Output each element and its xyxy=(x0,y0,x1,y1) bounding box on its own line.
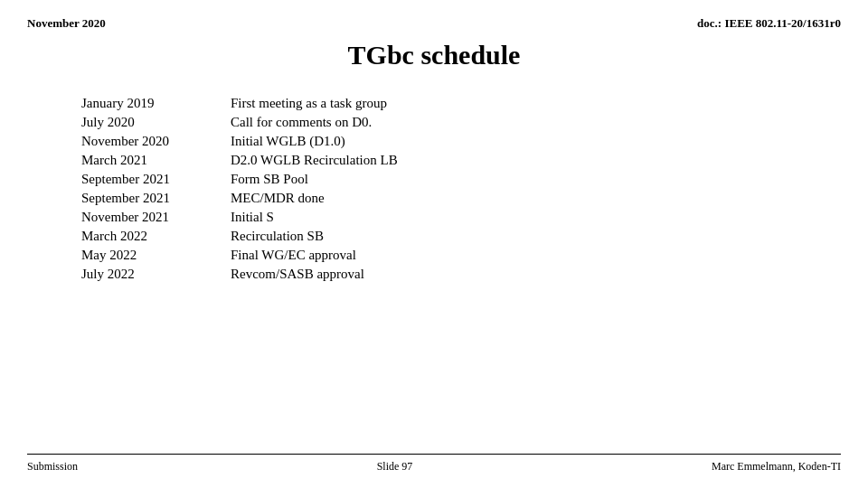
schedule-row: July 2020Call for comments on D0. xyxy=(81,115,841,130)
schedule-row: July 2022Revcom/SASB approval xyxy=(81,267,841,282)
schedule-row: January 2019First meeting as a task grou… xyxy=(81,96,841,111)
schedule-row: May 2022Final WG/EC approval xyxy=(81,248,841,263)
schedule-description: D2.0 WGLB Recirculation LB xyxy=(231,153,398,168)
schedule-description: First meeting as a task group xyxy=(231,96,387,111)
schedule-description: Initial S xyxy=(231,210,274,225)
slide-container: November 2020 doc.: IEEE 802.11-20/1631r… xyxy=(0,0,868,488)
schedule-description: Form SB Pool xyxy=(231,172,308,187)
schedule-date: March 2021 xyxy=(81,153,231,168)
schedule-description: Initial WGLB (D1.0) xyxy=(231,134,345,149)
schedule-table: January 2019First meeting as a task grou… xyxy=(81,96,841,282)
schedule-date: July 2020 xyxy=(81,115,231,130)
slide-title: TGbc schedule xyxy=(27,40,841,70)
schedule-row: September 2021Form SB Pool xyxy=(81,172,841,187)
schedule-description: Revcom/SASB approval xyxy=(231,267,364,282)
schedule-row: March 2022Recirculation SB xyxy=(81,229,841,244)
schedule-row: March 2021D2.0 WGLB Recirculation LB xyxy=(81,153,841,168)
header-left: November 2020 xyxy=(27,16,106,31)
schedule-date: March 2022 xyxy=(81,229,231,244)
schedule-description: Recirculation SB xyxy=(231,229,324,244)
schedule-date: September 2021 xyxy=(81,191,231,206)
footer-author: Marc Emmelmann, Koden-TI xyxy=(712,460,841,474)
schedule-description: Call for comments on D0. xyxy=(231,115,372,130)
footer-submission: Submission xyxy=(27,460,78,474)
schedule-date: November 2021 xyxy=(81,210,231,225)
schedule-date: July 2022 xyxy=(81,267,231,282)
schedule-date: May 2022 xyxy=(81,248,231,263)
schedule-date: November 2020 xyxy=(81,134,231,149)
schedule-description: Final WG/EC approval xyxy=(231,248,356,263)
footer-bar: Submission Slide 97 Marc Emmelmann, Kode… xyxy=(27,454,841,474)
header-bar: November 2020 doc.: IEEE 802.11-20/1631r… xyxy=(27,16,841,31)
schedule-description: MEC/MDR done xyxy=(231,191,325,206)
header-right: doc.: IEEE 802.11-20/1631r0 xyxy=(697,16,841,31)
schedule-date: January 2019 xyxy=(81,96,231,111)
footer-slide: Slide 97 xyxy=(377,460,413,474)
schedule-date: September 2021 xyxy=(81,172,231,187)
schedule-row: September 2021MEC/MDR done xyxy=(81,191,841,206)
schedule-row: November 2021Initial S xyxy=(81,210,841,225)
schedule-row: November 2020Initial WGLB (D1.0) xyxy=(81,134,841,149)
